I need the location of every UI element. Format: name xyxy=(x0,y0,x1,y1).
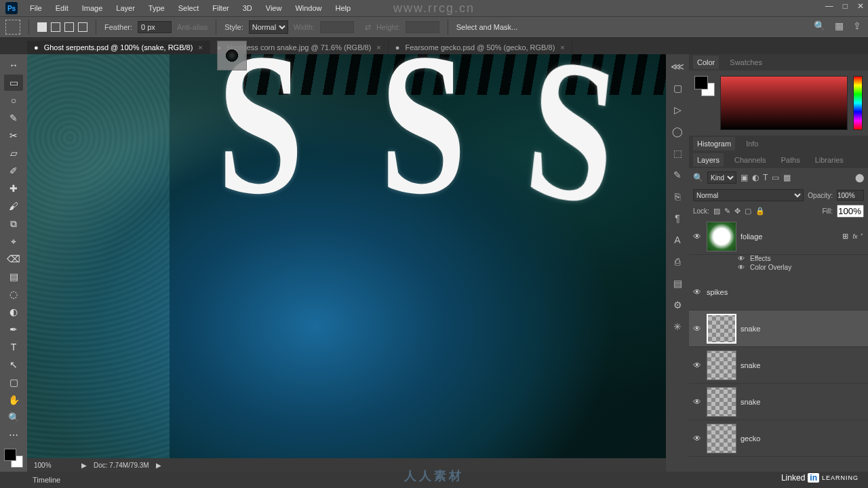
filter-type-icon[interactable]: T xyxy=(763,173,768,182)
tool-eyedropper[interactable]: ✐ xyxy=(4,163,23,179)
lock-pixels-icon[interactable]: ▨ xyxy=(713,207,720,216)
link-icon[interactable]: ⊞ xyxy=(842,232,848,241)
blend-mode-select[interactable]: Normal xyxy=(693,189,804,201)
layer-row[interactable]: 👁snake xyxy=(689,347,868,384)
collapsed-panel-icon[interactable]: ◯ xyxy=(672,126,683,137)
tab-paths[interactable]: Paths xyxy=(777,153,804,167)
tool-eraser[interactable]: ⌫ xyxy=(4,251,23,267)
layer-name[interactable]: snake xyxy=(741,361,865,369)
foreground-color[interactable] xyxy=(694,76,708,89)
frames-icon[interactable]: ▦ xyxy=(835,20,844,31)
tab-ghost-serpents[interactable]: ● Ghost serpents.psd @ 100% (snake, RGB/… xyxy=(27,41,210,54)
tab-channels[interactable]: Channels xyxy=(730,153,770,167)
collapsed-panel-icon[interactable]: ⎘ xyxy=(675,191,680,202)
close-icon[interactable]: × xyxy=(198,43,202,52)
tool-type[interactable]: T xyxy=(4,339,23,355)
collapsed-panel-icon[interactable]: ⎙ xyxy=(675,256,680,267)
visibility-toggle[interactable]: 👁 xyxy=(692,397,703,407)
collapsed-panel-icon[interactable]: ⬚ xyxy=(673,148,682,159)
fx-badge[interactable]: fx ˅ xyxy=(852,233,863,240)
tool-frame[interactable]: ▱ xyxy=(4,145,23,161)
lock-brush-icon[interactable]: ✎ xyxy=(724,207,730,216)
arrow-icon[interactable]: ▶ xyxy=(156,462,161,469)
layer-filter-select[interactable]: Kind xyxy=(707,171,736,184)
collapsed-panel-icon[interactable]: A xyxy=(674,235,680,245)
tool-rectangle[interactable]: ▢ xyxy=(4,374,23,390)
tool-hand[interactable]: ✋ xyxy=(4,392,23,408)
color-field[interactable] xyxy=(720,76,848,130)
tool-marquee[interactable]: ▭ xyxy=(4,75,23,91)
select-and-mask-button[interactable]: Select and Mask... xyxy=(456,23,518,31)
visibility-toggle[interactable]: 👁 xyxy=(692,434,703,443)
layer-thumbnail[interactable] xyxy=(707,314,736,344)
filter-pixel-icon[interactable]: ▣ xyxy=(741,173,748,182)
layer-name[interactable]: gecko xyxy=(741,434,865,443)
tool-dodge[interactable]: ◐ xyxy=(4,304,23,320)
tool-brush[interactable]: 🖌 xyxy=(4,198,23,214)
tool-blur[interactable]: ◌ xyxy=(4,286,23,302)
tool-pen[interactable]: ✒ xyxy=(4,321,23,338)
lock-all-icon[interactable]: 🔒 xyxy=(755,207,765,216)
canvas[interactable]: S S S xyxy=(27,54,666,472)
layer-thumbnail[interactable] xyxy=(707,424,736,453)
lock-artboard-icon[interactable]: ▢ xyxy=(745,207,751,216)
intersect-selection-icon[interactable] xyxy=(78,22,87,32)
layer-row[interactable]: 👁snake xyxy=(689,384,868,420)
collapsed-panel-icon[interactable]: ¶ xyxy=(675,213,680,224)
minimize-button[interactable]: — xyxy=(825,1,833,11)
menu-file[interactable]: File xyxy=(23,4,49,12)
lock-position-icon[interactable]: ✥ xyxy=(734,207,741,216)
add-selection-icon[interactable] xyxy=(51,22,60,32)
filter-adjust-icon[interactable]: ◐ xyxy=(752,173,759,182)
layer-thumbnail[interactable] xyxy=(707,222,736,251)
fg-bg-swatch[interactable] xyxy=(4,449,23,468)
tool-crop[interactable]: ✂ xyxy=(4,127,23,144)
new-selection-icon[interactable] xyxy=(37,22,47,32)
menu-help[interactable]: Help xyxy=(329,4,358,12)
layer-name[interactable]: snake xyxy=(741,325,865,333)
close-icon[interactable]: × xyxy=(376,43,380,52)
layer-name[interactable]: spikes xyxy=(707,288,865,296)
style-select[interactable]: Normal xyxy=(249,20,288,34)
effect-color-overlay[interactable]: Color Overlay xyxy=(750,264,791,271)
tool-zoom[interactable]: 🔍 xyxy=(4,409,23,426)
collapsed-panel-icon[interactable]: ▷ xyxy=(674,104,682,115)
menu-view[interactable]: View xyxy=(259,4,289,12)
tool-path-select[interactable]: ↖ xyxy=(4,357,23,373)
tool-more[interactable]: ⋯ xyxy=(4,427,23,443)
feather-input[interactable] xyxy=(138,21,172,33)
foreground-swatch[interactable] xyxy=(4,449,16,461)
visibility-toggle[interactable]: 👁 xyxy=(692,324,703,333)
tab-layers[interactable]: Layers xyxy=(693,153,724,167)
tab-info[interactable]: Info xyxy=(742,137,762,150)
close-icon[interactable]: × xyxy=(560,43,564,52)
layer-row[interactable]: 👁spikes xyxy=(689,274,868,310)
active-tool-icon[interactable] xyxy=(5,20,20,35)
tool-stamp[interactable]: ⧉ xyxy=(4,216,23,232)
tool-move[interactable]: ↔ xyxy=(4,57,23,73)
visibility-toggle[interactable]: 👁 xyxy=(692,287,703,297)
layer-row[interactable]: 👁snake xyxy=(689,310,868,347)
search-icon[interactable]: 🔍 xyxy=(814,20,825,31)
menu-select[interactable]: Select xyxy=(172,4,206,12)
tool-lasso[interactable]: ○ xyxy=(4,92,23,108)
filter-shape-icon[interactable]: ▭ xyxy=(772,173,779,182)
collapsed-panel-icon[interactable]: ▤ xyxy=(673,278,682,289)
tool-history-brush[interactable]: ⌖ xyxy=(4,233,23,249)
opacity-input[interactable] xyxy=(837,190,864,201)
tab-gecko[interactable]: ● Fearsome gecko.psd @ 50% (gecko, RGB/8… xyxy=(389,41,572,54)
layer-row[interactable]: 👁gecko xyxy=(689,420,868,457)
visibility-toggle[interactable]: 👁 xyxy=(692,361,703,370)
tab-libraries[interactable]: Libraries xyxy=(811,153,848,167)
hue-strip[interactable] xyxy=(853,76,863,130)
maximize-button[interactable]: □ xyxy=(843,1,848,11)
menu-edit[interactable]: Edit xyxy=(49,4,75,12)
menu-layer[interactable]: Layer xyxy=(109,4,142,12)
zoom-level[interactable]: 100% xyxy=(34,462,75,469)
menu-filter[interactable]: Filter xyxy=(205,4,235,12)
layer-name[interactable]: snake xyxy=(741,398,865,406)
fg-bg-swatches[interactable] xyxy=(694,76,715,96)
menu-type[interactable]: Type xyxy=(142,4,172,12)
close-button[interactable]: ✕ xyxy=(857,1,864,11)
tab-swatches[interactable]: Swatches xyxy=(726,56,766,69)
